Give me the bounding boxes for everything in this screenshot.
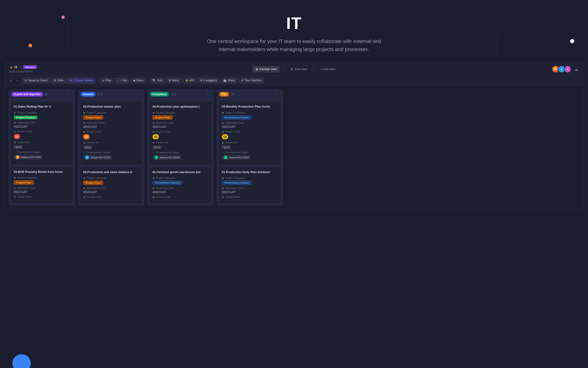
card-leader-field: ⚇ Development Leader J Jessica-KD 43303	[222, 151, 278, 160]
column-badge-col1: Urgent and importan	[11, 92, 43, 97]
column-menu-col2[interactable]: ⋮	[135, 92, 142, 97]
priority-badge: Q4	[222, 134, 228, 139]
card-date-label: ◉ Application Date	[222, 121, 278, 124]
widgets-label: 4 widget(s)	[204, 79, 217, 82]
card-priority-field: ◉ Priority Order 01	[14, 130, 70, 139]
category-tag: Performance Kanbai	[222, 181, 251, 185]
category-tag: Performance Kanbai	[152, 181, 182, 185]
group-by-button[interactable]: ⊟ Group by Select	[22, 77, 50, 83]
date-icon: ◉	[222, 187, 224, 190]
time-icon: ↺	[241, 79, 243, 82]
kanban-column-col2: General(12)⋮02.Production master plan ◉ …	[78, 89, 144, 205]
card-title: 04.Production plan optimization (	[152, 105, 209, 109]
find-label: Find	[157, 79, 162, 82]
kanban-card[interactable]: 03.BOE Foundry Model Auto Inven ◉ Projec…	[11, 167, 73, 203]
card-title: 04.Monthly Production Plan Achie	[222, 105, 278, 109]
priority-badge: 04	[152, 134, 159, 139]
card-priority-field: ◉ Priority Order Q4	[222, 130, 278, 139]
kanban-card[interactable]: 01.Sales Rolling Plan N+ 2 ◉ Project Cat…	[11, 101, 73, 164]
card-priority-field: ◉ Priority Order 04	[152, 130, 209, 139]
eye-icon: 👁	[69, 79, 72, 82]
card-date-value: 2022/11/07	[222, 191, 278, 194]
kanban-card[interactable]: 02.Production master plan ◉ Project Cate…	[80, 101, 142, 165]
card-version-label: ◉ Version No.	[222, 141, 278, 144]
kanban-card[interactable]: 05.Production and sales balance b ◉ Proj…	[80, 167, 142, 203]
style-button[interactable]: ⚙ Style	[51, 77, 66, 83]
grid-tab-dots[interactable]: ⋮	[312, 67, 317, 71]
tab-grid[interactable]: ☰ Grid view	[287, 66, 310, 72]
card-category-field: ◉ Project Categorie Project Flow	[83, 176, 139, 185]
card-category-field: ◉ Project Categorie Performance Kanbai	[222, 111, 278, 120]
style-label: Style	[57, 79, 64, 82]
toolbar-nav: ‹ ›	[9, 77, 19, 83]
category-tag: Project Process	[14, 116, 37, 119]
kanban-card[interactable]: 01.Finished goods warehouse pre ◉ Projec…	[149, 167, 211, 203]
card-version-field: ◉ Version No. V1.0	[152, 141, 209, 149]
card-priority-field: ◉ Priority Order	[152, 196, 209, 199]
mirror-icon: ⊞	[168, 79, 171, 82]
leader-value: W William-KD 17483	[14, 155, 43, 160]
mirror-button[interactable]: ⊞ Mirror	[166, 77, 182, 83]
date-icon: ◉	[152, 187, 155, 190]
api-button[interactable]: ⚡ API	[183, 77, 197, 83]
column-menu-col4[interactable]: ⋮	[274, 92, 280, 97]
kanban-card[interactable]: 04.Production plan optimization ( ◉ Proj…	[149, 101, 211, 165]
card-category-label: ◉ Project Categorie	[152, 111, 209, 114]
card-title: 01.Production Daily Plan Achiever	[222, 170, 278, 174]
share-button[interactable]: ◀ Share	[131, 77, 146, 83]
card-version-field: ◉ Version No. V1.0	[83, 141, 139, 149]
card-version-label: ◉ Version No.	[14, 141, 70, 144]
card-leader-label: ⚇ Development Leader	[222, 151, 278, 154]
priority-icon: ◉	[222, 130, 224, 133]
card-title: 03.BOE Foundry Model Auto Inven	[14, 170, 70, 174]
leader-icon: ⚇	[222, 151, 224, 154]
column-header-col2: General(12)⋮	[78, 89, 144, 99]
robot-button[interactable]: 🤖 Robot	[221, 77, 238, 83]
card-leader-field: ⚇ Development Leader J Joseph-KD 47523	[83, 151, 139, 160]
card-date-value: 2022/11/07	[83, 125, 139, 129]
column-header-col1: Urgent and importan(6)⋮	[9, 89, 75, 99]
find-icon: 🔍	[152, 79, 156, 82]
card-date-field: ◉ Application Date 2022/11/07	[14, 121, 70, 128]
sort-button[interactable]: ↕ ↕ Sort	[115, 77, 130, 83]
card-priority-field: ◉ Priority Order 02	[83, 130, 139, 139]
version-badge: V1.0	[152, 146, 161, 149]
tab-kanban[interactable]: ⊞ Kanban view	[252, 66, 280, 72]
card-date-value: 2022/11/07	[152, 125, 209, 129]
add-view-label: + Add view	[321, 67, 335, 71]
column-badge-col2: General	[81, 92, 96, 97]
nav-next-button[interactable]: ›	[14, 77, 19, 83]
filter-button[interactable]: ⊿ Filter	[99, 77, 114, 83]
priority-icon: ◉	[83, 196, 85, 199]
widgets-button[interactable]: ⚙ 4 widget(s)	[197, 77, 220, 83]
card-category-field: ◉ Project Categorie Performance Kanbai	[152, 176, 209, 185]
leader-avatar: W	[16, 155, 20, 159]
leader-value: J Jessica-KD 43303	[222, 155, 251, 160]
cards-container-col2: 02.Production master plan ◉ Project Cate…	[78, 99, 144, 205]
nav-prev-button[interactable]: ‹	[9, 77, 13, 83]
next-icon: ›	[16, 78, 17, 82]
toolbar: ‹ › ⊟ Group by Select ⚙ Style 👁 1 Group …	[5, 76, 583, 85]
time-machine-button[interactable]: ↺ Time Machine	[238, 77, 264, 83]
kanban-icon: ⊞	[255, 67, 258, 71]
column-menu-col1[interactable]: ⋮	[66, 92, 72, 97]
kanban-card[interactable]: 01.Production Daily Plan Achiever ◉ Proj…	[219, 167, 281, 203]
find-button[interactable]: 🔍 Find	[150, 77, 165, 83]
star-icon[interactable]: ☆	[19, 65, 22, 69]
category-tag: Project Flow	[14, 180, 34, 184]
category-icon: ◉	[222, 176, 224, 180]
priority-icon: ◉	[222, 196, 224, 199]
kanban-card[interactable]: 04.Monthly Production Plan Achie ◉ Proje…	[219, 101, 281, 165]
column-menu-col3[interactable]: ⋮	[205, 92, 211, 97]
card-category-field: ◉ Project Categorie Project Flow	[152, 111, 209, 120]
card-date-label: ◉ Application Date	[152, 187, 209, 190]
group-hidden-button[interactable]: 👁 1 Group Hidden	[67, 77, 95, 83]
card-category-field: ◉ Project Categorie Project Flow	[83, 111, 139, 120]
version-badge: V2.0	[14, 145, 23, 149]
sort-label: ↕ Sort	[120, 79, 127, 82]
add-view-button[interactable]: + Add view	[318, 66, 338, 72]
kanban-tab-dots[interactable]: ⋮	[281, 67, 286, 71]
cloud-icon[interactable]: ☁	[574, 66, 579, 72]
card-leader-label: ⚇ Development Leader	[83, 151, 139, 154]
card-date-value: 2022/11/07	[222, 125, 278, 129]
